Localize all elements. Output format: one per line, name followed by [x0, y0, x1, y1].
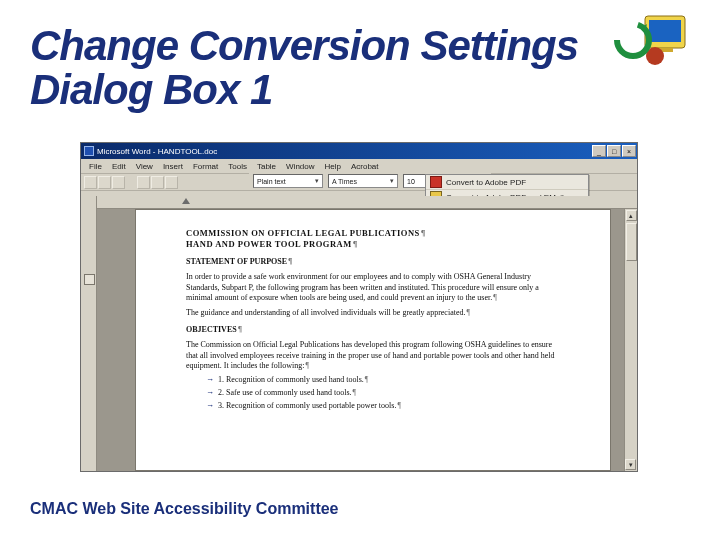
window-title: Microsoft Word - HANDTOOL.doc: [97, 147, 217, 156]
menu-file[interactable]: File: [84, 162, 107, 171]
menu-window[interactable]: Window: [281, 162, 319, 171]
menu-help[interactable]: Help: [320, 162, 346, 171]
open-icon[interactable]: [98, 176, 111, 189]
horizontal-ruler: [97, 196, 637, 209]
logo-icon: [597, 8, 692, 73]
style-combo[interactable]: Plain text ▾: [253, 174, 323, 188]
doc-paragraph: The guidance and understanding of all in…: [186, 308, 560, 319]
style-combo-value: Plain text: [257, 178, 286, 185]
slide-title: Change Conversion Settings Dialog Box 1: [30, 24, 670, 112]
doc-heading-1: COMMISSION ON OFFICIAL LEGAL PUBLICATION…: [186, 228, 560, 239]
preview-icon[interactable]: [151, 176, 164, 189]
font-combo[interactable]: A Times ▾: [328, 174, 398, 188]
minimize-button[interactable]: _: [592, 145, 606, 157]
doc-paragraph: The Commission on Official Legal Publica…: [186, 340, 560, 372]
word-screenshot: Microsoft Word - HANDTOOL.doc _ □ × File…: [80, 142, 638, 472]
doc-paragraph: In order to provide a safe work environm…: [186, 272, 560, 304]
menu-format[interactable]: Format: [188, 162, 223, 171]
doc-heading-2: HAND AND POWER TOOL PROGRAM: [186, 239, 560, 250]
menu-acrobat[interactable]: Acrobat: [346, 162, 384, 171]
spellcheck-icon[interactable]: [165, 176, 178, 189]
slide-footer: CMAC Web Site Accessibility Committee: [30, 500, 339, 518]
size-combo-value: 10: [407, 178, 415, 185]
menubar: File Edit View Insert Format Tools Table…: [81, 159, 637, 174]
doc-list-item: 3. Recognition of commonly used portable…: [206, 401, 560, 412]
pdf-icon: [430, 176, 442, 188]
doc-section-2-title: OBJECTIVES: [186, 325, 560, 336]
word-app-icon: [84, 146, 94, 156]
vertical-scrollbar[interactable]: ▴ ▾: [624, 209, 637, 471]
doc-list-item: 2. Safe use of commonly used hand tools.: [206, 388, 560, 399]
menu-edit[interactable]: Edit: [107, 162, 131, 171]
scroll-up-icon[interactable]: ▴: [626, 210, 637, 221]
menu-table[interactable]: Table: [252, 162, 281, 171]
save-icon[interactable]: [112, 176, 125, 189]
scroll-thumb[interactable]: [626, 223, 637, 261]
doc-section-1-title: STATEMENT OF PURPOSE: [186, 257, 560, 268]
menu-tools[interactable]: Tools: [223, 162, 252, 171]
print-icon[interactable]: [137, 176, 150, 189]
maximize-button[interactable]: □: [607, 145, 621, 157]
document-area: COMMISSION ON OFFICIAL LEGAL PUBLICATION…: [81, 196, 637, 471]
scroll-down-icon[interactable]: ▾: [625, 459, 636, 470]
font-combo-value: A Times: [332, 178, 357, 185]
svg-rect-1: [649, 20, 681, 42]
close-button[interactable]: ×: [622, 145, 636, 157]
titlebar: Microsoft Word - HANDTOOL.doc _ □ ×: [81, 143, 637, 159]
menu-view[interactable]: View: [131, 162, 158, 171]
document-page[interactable]: COMMISSION ON OFFICIAL LEGAL PUBLICATION…: [135, 209, 611, 471]
acrobat-item-label: Convert to Adobe PDF: [446, 178, 526, 187]
vertical-ruler: [81, 196, 97, 471]
acrobat-convert-pdf[interactable]: Convert to Adobe PDF: [426, 175, 588, 190]
new-doc-icon[interactable]: [84, 176, 97, 189]
chevron-down-icon: ▾: [315, 177, 319, 185]
indent-marker-icon[interactable]: [182, 198, 190, 204]
doc-list-item: 1. Recognition of commonly used hand too…: [206, 375, 560, 386]
chevron-down-icon: ▾: [390, 177, 394, 185]
menu-insert[interactable]: Insert: [158, 162, 188, 171]
